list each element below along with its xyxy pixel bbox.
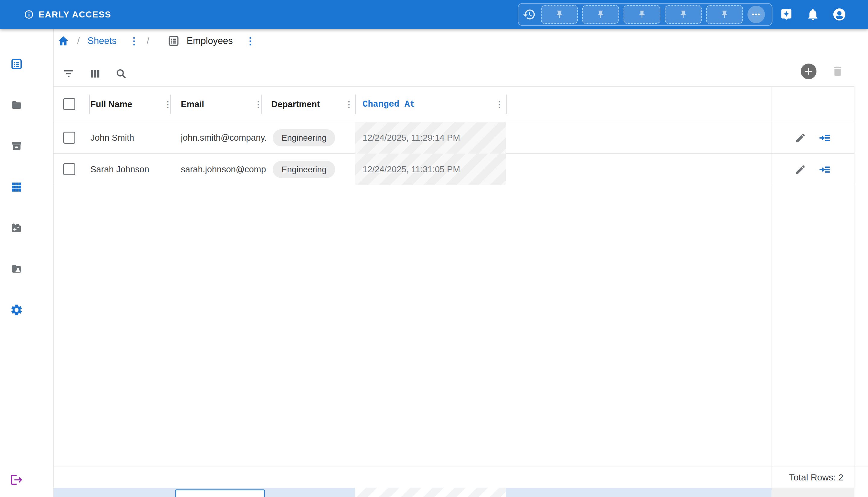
row-checkbox[interactable]	[63, 132, 75, 144]
pin-icon	[679, 10, 688, 19]
logout-icon[interactable]	[10, 473, 23, 486]
sidebar-media-ai-icon[interactable]	[10, 222, 23, 235]
new-row-full-name: Michael Brown	[90, 488, 148, 497]
data-grid: Full Name ⋮ Email ⋮ Department ⋮ Changed…	[54, 86, 854, 490]
add-row-button[interactable]	[801, 63, 816, 79]
edit-row-icon[interactable]	[793, 122, 808, 154]
pin-icon	[596, 10, 605, 19]
new-row-changed-at-cell	[355, 488, 506, 497]
edit-row-icon[interactable]	[793, 154, 808, 185]
filter-icon[interactable]	[63, 68, 75, 80]
changed-at-column-menu-icon[interactable]: ⋮	[495, 87, 504, 122]
footer-divider	[54, 467, 868, 467]
search-icon[interactable]	[115, 68, 127, 80]
pinned-tab-slot[interactable]	[624, 5, 660, 24]
column-header-department[interactable]: Department	[271, 87, 320, 122]
department-chip: Engineering	[273, 129, 335, 146]
column-header-email[interactable]: Email	[181, 87, 204, 122]
sheet-icon	[167, 34, 180, 47]
early-access-banner: EARLY ACCESS	[24, 10, 111, 19]
email-cell: john.smith@company.com	[181, 122, 266, 154]
pinned-tabs-more-button[interactable]: •••	[747, 6, 765, 23]
changed-at-value: 12/24/2025, 11:29:14 PM	[363, 133, 460, 143]
top-app-bar: EARLY ACCESS •••	[0, 0, 868, 29]
pinned-tab-slot[interactable]	[582, 5, 619, 24]
account-icon[interactable]	[832, 7, 847, 22]
column-header-full-name[interactable]: Full Name	[90, 87, 132, 122]
pin-icon	[555, 10, 564, 19]
sidebar-shared-folder-icon[interactable]	[10, 262, 23, 275]
changed-at-value: 12/24/2025, 11:31:05 PM	[363, 165, 460, 174]
breadcrumb: / Sheets ⋮ / Employees ⋮	[57, 33, 255, 49]
whats-new-icon[interactable]	[779, 7, 794, 22]
changed-at-cell: 12/24/2025, 11:29:14 PM	[355, 122, 506, 154]
changed-at-cell: 12/24/2025, 11:31:05 PM	[355, 154, 506, 185]
info-icon	[24, 10, 34, 19]
full-name-cell: John Smith	[90, 122, 134, 154]
row-checkbox[interactable]	[63, 163, 75, 175]
column-divider[interactable]	[506, 95, 507, 114]
column-divider[interactable]	[89, 95, 90, 114]
column-divider[interactable]	[261, 95, 262, 114]
pin-icon	[720, 10, 729, 19]
full-name-cell: Sarah Johnson	[90, 154, 149, 185]
save-row-cell	[772, 488, 854, 497]
total-rows-label: Total Rows: 2	[789, 472, 843, 483]
column-divider[interactable]	[355, 95, 356, 114]
breadcrumb-separator: /	[77, 36, 80, 46]
breadcrumb-sheets-link[interactable]: Sheets	[87, 36, 117, 46]
sidebar-archive-icon[interactable]	[10, 140, 23, 153]
open-row-detail-icon[interactable]	[817, 154, 832, 185]
main-content: / Sheets ⋮ / Employees ⋮	[54, 29, 868, 497]
notifications-icon[interactable]	[805, 7, 821, 22]
pinned-tab-slot[interactable]	[706, 5, 743, 24]
grid-header-row: Full Name ⋮ Email ⋮ Department ⋮ Changed…	[54, 87, 854, 122]
left-sidebar	[0, 29, 54, 497]
employees-menu-icon[interactable]: ⋮	[246, 36, 255, 46]
email-cell: sarah.johnson@company.com	[181, 154, 266, 185]
pinned-tabs-bar: •••	[518, 3, 772, 26]
pin-icon	[638, 10, 646, 19]
sidebar-folder-icon[interactable]	[10, 99, 23, 112]
sidebar-apps-grid-icon[interactable]	[10, 181, 23, 194]
delete-rows-icon[interactable]	[831, 65, 844, 78]
breadcrumb-employees-label: Employees	[186, 36, 233, 46]
home-icon[interactable]	[57, 35, 69, 47]
new-row-email-input[interactable]	[176, 489, 265, 497]
select-all-checkbox[interactable]	[63, 98, 75, 110]
pinned-tab-slot[interactable]	[665, 5, 702, 24]
department-column-menu-icon[interactable]: ⋮	[345, 87, 353, 122]
column-header-changed-at[interactable]: Changed At	[363, 87, 415, 122]
table-row: Sarah Johnson sarah.johnson@company.com …	[54, 154, 854, 185]
topbar-right-icons	[779, 0, 847, 29]
sidebar-settings-icon[interactable]	[10, 303, 23, 316]
sheets-menu-icon[interactable]: ⋮	[129, 36, 139, 46]
sidebar-sheets-icon[interactable]	[10, 58, 23, 71]
columns-icon[interactable]	[89, 68, 101, 80]
column-divider[interactable]	[170, 95, 171, 114]
app-window: EARLY ACCESS •••	[0, 0, 868, 497]
new-row-editor: Michael Brown	[54, 488, 854, 497]
table-row: John Smith john.smith@company.com Engine…	[54, 122, 854, 154]
open-row-detail-icon[interactable]	[817, 122, 832, 154]
history-icon[interactable]	[522, 7, 536, 22]
early-access-label: EARLY ACCESS	[39, 10, 111, 19]
department-chip: Engineering	[273, 161, 335, 178]
pinned-tab-slot[interactable]	[541, 5, 578, 24]
breadcrumb-separator: /	[147, 36, 149, 46]
